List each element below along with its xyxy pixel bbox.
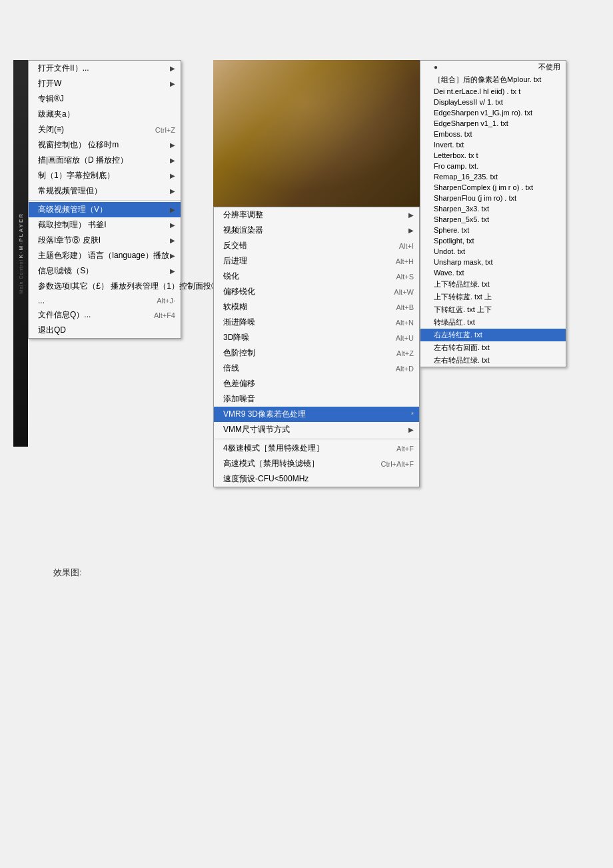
submenu3-item-rl-red-blue[interactable]: 右左转红蓝. txt [420,329,566,341]
video-scene [213,60,440,207]
menu-item-label: 段落I章节⑧ 皮肤I [38,235,101,246]
submenu3-item-sphere[interactable]: Sphere. txt [420,225,566,235]
submenu2-item-sharpen[interactable]: 锐化Alt+S [214,269,419,284]
submenu3-item-sharpenflou[interactable]: SharpenFlou (j im ro) . txt [420,193,566,203]
menu-item-open-file[interactable]: 打开文件II）...▶ [29,61,181,76]
submenu2-item-renderer[interactable]: 视频渲染器▶ [214,223,419,238]
submenu3-item-label: Letterbox. tx t [434,151,478,159]
submenu2-item-vmr9-3d[interactable]: VMR9 3D像素若色处理* [214,407,419,422]
submenu3-item-lr-right-face[interactable]: 左右转右回面. txt [420,341,566,354]
submenu2-item-chroma-shift[interactable]: 色差偏移 [214,376,419,391]
menu-item-exit[interactable]: 退出QD [29,323,181,338]
submenu2-item-label: 分辨率调整 [223,209,263,221]
menu-item-subtitle[interactable]: 制（1）字幕控制底）▶ [29,168,181,183]
submenu3-item-label: 转绿品红. txt [434,317,475,327]
menu-item-open-w[interactable]: 打开W▶ [29,76,181,91]
submenu2-item-soft-blur[interactable]: 软模糊Alt+B [214,299,419,315]
menu-item-label: 文件信息Q）... [38,309,91,321]
menu-item-window-ctrl[interactable]: 视窗控制也） 位移时m▶ [29,137,181,153]
submenu2-item-resolution[interactable]: 分辨率调整▶ [214,207,419,223]
submenu2-item-label: VMR9 3D像素若色处理 [223,409,306,420]
menu-item-advanced-video[interactable]: 高级视频管理（V）▶ [29,202,181,217]
menu-item-info-filter[interactable]: 信息I滤镜（S）▶ [29,263,181,279]
menu-item-video-mgr[interactable]: 常规视频管理但）▶ [29,183,181,199]
submenu3-item-label: Emboss. txt [434,130,472,138]
submenu2-item-label: 后进理 [223,255,247,267]
submenu3-item-letterbox[interactable]: Letterbox. tx t [420,150,566,161]
selection-dot-icon: ● [434,63,438,71]
submenu2-item-vmm-size[interactable]: VMM尺寸调节方式▶ [214,422,419,437]
menu-item-label: 制（1）字幕控制底） [38,170,115,181]
menu-item-capture[interactable]: 截取控制理） 书釜I▶ [29,217,181,233]
menu-item-label: 描|画面缩放（D 播放控） [38,155,128,166]
submenu3-item-label: Fro camp. txt. [434,162,478,170]
submenu-arrow-icon: ▶ [170,172,175,179]
submenu3-item-spotlight[interactable]: Spotlight, txt [420,235,566,246]
submenu3-item-label: EdgeSharpen v1_1. txt [434,119,508,127]
kmplayer-brand-subtitle: Main Control [19,259,23,294]
menu-item-favorites[interactable]: 跋藏夹a） [29,107,181,122]
menu-shortcut: Ctrl+Z [155,126,175,134]
submenu3-item-label: 左右转品红绿. txt [434,355,490,365]
submenu2-item-4x-speed[interactable]: 4极速模式［禁用特殊处理］Alt+F [214,441,419,456]
submenu3-item-emboss[interactable]: Emboss. txt [420,129,566,139]
submenu3-item-combine[interactable]: ［组合］后的像素若色MpIour. txt [420,73,566,86]
menu-item-label: 截取控制理） 书釜I [38,219,107,231]
submenu2-item-speed-preset[interactable]: 速度预设-CFU<500MHz [214,471,419,487]
submenu3-item-remap[interactable]: Remap_16_235. txt [420,171,566,182]
submenu3-item-green-magenta[interactable]: 转绿品红. txt [420,316,566,329]
submenu3-item-sharpen3x3[interactable]: Sharpen_3x3. txt [420,203,566,214]
submenu3-item-no-use[interactable]: ●不使用 [420,61,566,73]
menu-item-dots[interactable]: ...Alt+J· [29,294,181,307]
submenu2-item-shift-sharpen[interactable]: 偏移锐化Alt+W [214,284,419,299]
menu-item-chapters[interactable]: 段落I章节⑧ 皮肤I▶ [29,233,181,248]
submenu3-item-unsharp[interactable]: Unsharp mask, txt [420,257,566,267]
submenu3-item-invert[interactable]: Invert. txt [420,139,566,150]
menu-item-label: 信息I滤镜（S） [38,265,93,277]
submenu2-shortcut: Alt+S [396,273,414,281]
submenu3-item-d-red-blue[interactable]: 下转红蓝. txt 上下 [420,303,566,316]
menu-item-label: 关闭(≡) [38,124,64,135]
submenu3-pixel-processing: ●不使用［组合］后的像素若色MpIour. txtDei nt.erLace.l… [420,60,566,367]
submenu-arrow-icon: ▶ [170,65,175,72]
submenu2-item-double-line[interactable]: 倍线Alt+D [214,361,419,376]
submenu3-item-wave[interactable]: Wave. txt [420,267,566,278]
submenu2-item-high-speed[interactable]: 高速模式［禁用转换滤镜］Ctrl+Alt+F [214,456,419,471]
submenu3-item-label: SharpenFlou (j im ro) . txt [434,194,516,202]
submenu3-item-ud-brown-blue[interactable]: 上下转棕蓝. txt 上 [420,291,566,303]
menu-item-label: 参数选项I其它（£） 播放列表管理（1）控制面投⑥... [38,281,226,292]
menu-item-zoom[interactable]: 描|画面缩放（D 播放控）▶ [29,153,181,168]
menu-item-file-info[interactable]: 文件信息Q）...Alt+F4 [29,307,181,323]
submenu3-item-label: 右左转红蓝. txt [434,330,482,340]
submenu3-item-lr-magenta-green[interactable]: 左右转品红绿. txt [420,354,566,367]
submenu3-item-label: 左右转右回面. txt [434,343,490,353]
submenu2-item-label: 锐化 [223,271,239,282]
submenu3-item-edgesharpen2[interactable]: EdgeSharpen v1_1. txt [420,118,566,129]
submenu3-item-ud-magenta-green[interactable]: 上下转品红绿. txt [420,278,566,291]
submenu2-item-label: 色差偏移 [223,378,255,389]
submenu3-item-displayless[interactable]: DisplayLessII v/ 1. txt [420,97,566,107]
menu-item-album[interactable]: 专辑®J [29,91,181,107]
menu-item-close[interactable]: 关闭(≡)Ctrl+Z [29,122,181,137]
submenu2-item-deinterlace[interactable]: 反交错Alt+I [214,238,419,253]
submenu3-item-label: Wave. txt [434,269,464,277]
submenu2-item-denoise[interactable]: 渐进降噪Alt+N [214,315,419,330]
menu-item-label: ... [38,296,45,305]
submenu3-item-deinterlace-txt[interactable]: Dei nt.erLace.l hl eiid) . tx t [420,86,566,97]
submenu-arrow-icon: ▶ [170,80,175,87]
submenu3-item-sharpen5x5[interactable]: Sharpen_5x5. txt [420,214,566,225]
submenu2-item-add-noise[interactable]: 添加噪音 [214,391,419,407]
menu-shortcut: Alt+J· [157,297,175,305]
submenu2-item-3d-denoise[interactable]: 3D降噪Alt+U [214,330,419,345]
submenu3-item-frocamp[interactable]: Fro camp. txt. [420,161,566,171]
submenu2-item-postprocess[interactable]: 后进理Alt+H [214,253,419,269]
submenu3-item-label: Sharpen_3x3. txt [434,205,489,213]
submenu3-item-sharpencomplex[interactable]: SharpenComplex (j im r o) . txt [420,182,566,193]
menu-item-label: 专辑®J [38,93,64,105]
menu-item-theme[interactable]: 主题色彩建） 语言（language）播放▶ [29,248,181,263]
submenu3-item-edgesharpen1[interactable]: EdgeSharpen v1_lG.jm ro). txt [420,107,566,118]
submenu3-item-undot[interactable]: Undot. txt [420,246,566,257]
submenu3-item-label: 上下转品红绿. txt [434,279,490,289]
menu-item-params[interactable]: 参数选项I其它（£） 播放列表管理（1）控制面投⑥...Alt+G▶ [29,279,181,294]
submenu2-item-levels[interactable]: 色阶控制Alt+Z [214,345,419,361]
